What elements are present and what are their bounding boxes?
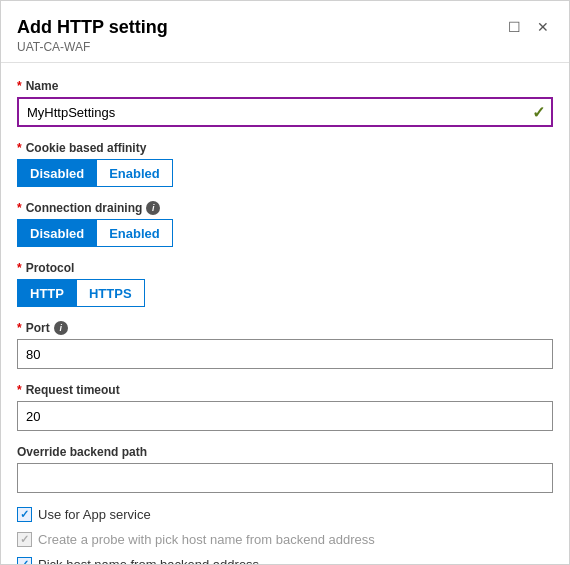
override-backend-path-group: Override backend path — [17, 445, 553, 493]
title-group: Add HTTP setting UAT-CA-WAF — [17, 17, 168, 54]
protocol-group: * Protocol HTTP HTTPS — [17, 261, 553, 307]
connection-draining-info-icon[interactable]: i — [146, 201, 160, 215]
override-backend-label: Override backend path — [17, 445, 553, 459]
panel-header: Add HTTP setting UAT-CA-WAF ☐ ✕ — [1, 1, 569, 63]
connection-draining-toggle: Disabled Enabled — [17, 219, 553, 247]
pick-host-name-check-mark: ✓ — [20, 558, 29, 564]
cookie-affinity-enabled-btn[interactable]: Enabled — [96, 159, 173, 187]
minimize-button[interactable]: ☐ — [504, 17, 525, 37]
protocol-https-btn[interactable]: HTTPS — [76, 279, 145, 307]
create-probe-checkbox: ✓ — [17, 532, 32, 547]
cookie-affinity-label: * Cookie based affinity — [17, 141, 553, 155]
create-probe-label: Create a probe with pick host name from … — [38, 532, 375, 547]
port-input[interactable] — [17, 339, 553, 369]
port-label: * Port i — [17, 321, 553, 335]
port-field-group: * Port i — [17, 321, 553, 369]
create-probe-check-mark: ✓ — [20, 533, 29, 546]
protocol-label: * Protocol — [17, 261, 553, 275]
name-required-star: * — [17, 79, 22, 93]
timeout-required-star: * — [17, 383, 22, 397]
connection-draining-group: * Connection draining i Disabled Enabled — [17, 201, 553, 247]
port-info-icon[interactable]: i — [54, 321, 68, 335]
name-valid-icon: ✓ — [532, 103, 545, 122]
pick-host-name-checkbox[interactable]: ✓ — [17, 557, 32, 564]
create-probe-row: ✓ Create a probe with pick host name fro… — [17, 532, 553, 547]
pick-host-name-label: Pick host name from backend address — [38, 557, 259, 564]
use-for-app-service-checkbox[interactable]: ✓ — [17, 507, 32, 522]
port-required-star: * — [17, 321, 22, 335]
name-label: * Name — [17, 79, 553, 93]
connection-draining-enabled-btn[interactable]: Enabled — [96, 219, 173, 247]
request-timeout-group: * Request timeout — [17, 383, 553, 431]
close-button[interactable]: ✕ — [533, 17, 553, 37]
panel-subtitle: UAT-CA-WAF — [17, 40, 168, 54]
add-http-setting-panel: Add HTTP setting UAT-CA-WAF ☐ ✕ * Name ✓… — [0, 0, 570, 565]
use-for-app-service-row: ✓ Use for App service — [17, 507, 553, 522]
use-for-app-service-check-mark: ✓ — [20, 508, 29, 521]
protocol-required-star: * — [17, 261, 22, 275]
name-input-wrapper: ✓ — [17, 97, 553, 127]
cookie-affinity-toggle: Disabled Enabled — [17, 159, 553, 187]
cookie-affinity-group: * Cookie based affinity Disabled Enabled — [17, 141, 553, 187]
name-field-group: * Name ✓ — [17, 79, 553, 127]
request-timeout-input[interactable] — [17, 401, 553, 431]
cookie-required-star: * — [17, 141, 22, 155]
cookie-affinity-disabled-btn[interactable]: Disabled — [17, 159, 96, 187]
use-for-app-service-label: Use for App service — [38, 507, 151, 522]
connection-draining-disabled-btn[interactable]: Disabled — [17, 219, 96, 247]
protocol-http-btn[interactable]: HTTP — [17, 279, 76, 307]
panel-title: Add HTTP setting — [17, 17, 168, 38]
header-actions: ☐ ✕ — [504, 17, 553, 37]
request-timeout-label: * Request timeout — [17, 383, 553, 397]
name-input[interactable] — [17, 97, 553, 127]
connection-draining-label: * Connection draining i — [17, 201, 553, 215]
pick-host-name-row: ✓ Pick host name from backend address — [17, 557, 553, 564]
protocol-toggle: HTTP HTTPS — [17, 279, 553, 307]
connection-required-star: * — [17, 201, 22, 215]
override-backend-path-input[interactable] — [17, 463, 553, 493]
panel-body: * Name ✓ * Cookie based affinity Disable… — [1, 63, 569, 564]
